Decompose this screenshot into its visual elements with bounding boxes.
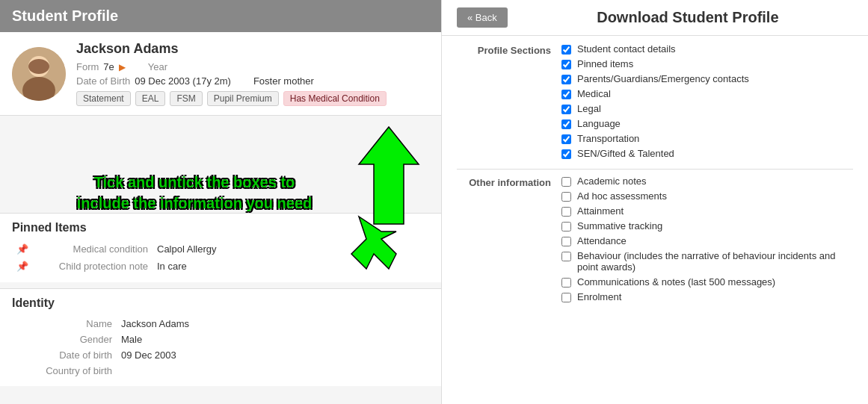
other-checkbox-row: Communications & notes (last 500 message…: [561, 276, 853, 288]
id-label: Date of birth: [12, 347, 117, 363]
back-button[interactable]: « Back: [457, 7, 508, 28]
profile-checkbox[interactable]: [561, 60, 571, 69]
pin-icon: 📌: [12, 258, 33, 275]
profile-checkbox-row: Student contact details: [561, 43, 853, 55]
right-content: Profile Sections Student contact details…: [442, 36, 868, 318]
svg-point-3: [28, 59, 49, 74]
profile-checkbox-label: Parents/Guardians/Emergency contacts: [577, 73, 749, 84]
profile-sections-row: Profile Sections Student contact details…: [457, 43, 853, 163]
id-value: Jackson Adams: [117, 316, 429, 332]
profile-checkbox-row: Transportation: [561, 133, 853, 144]
student-name: Jackson Adams: [76, 41, 429, 57]
identity-title: Identity: [12, 296, 429, 310]
overlay-text: Tick and untick the boxes to include the…: [77, 172, 312, 214]
profile-checkbox-row: Parents/Guardians/Emergency contacts: [561, 73, 853, 84]
tags-row: StatementEALFSMPupil PremiumHas Medical …: [76, 91, 429, 106]
profile-checkbox-label: Language: [577, 118, 621, 129]
dob-row: Date of Birth 09 Dec 2003 (17y 2m): [76, 75, 231, 87]
id-value: Male: [117, 332, 429, 347]
identity-table: Name Jackson Adams Gender Male Date of b…: [12, 316, 429, 379]
identity-row: Country of birth: [12, 363, 429, 379]
profile-checkbox[interactable]: [561, 149, 571, 159]
dob-label: Date of Birth: [76, 75, 130, 87]
profile-checkbox-label: Pinned items: [577, 58, 633, 69]
other-checkbox[interactable]: [561, 192, 571, 202]
profile-checkbox-label: SEN/Gifted & Talented: [577, 148, 674, 159]
other-checkbox-label: Academic notes: [577, 175, 647, 187]
other-checkbox-row: Academic notes: [561, 175, 853, 187]
profile-checkbox-row: Legal: [561, 103, 853, 114]
student-details: Jackson Adams Form 7e ▶ Year Date of Bir…: [76, 41, 429, 106]
other-checkbox-row: Behaviour (includes the narrative of beh…: [561, 250, 853, 273]
profile-checkbox-label: Student contact details: [577, 43, 676, 55]
pinned-table: 📌 Medical condition Calpol Allergy 📌 Chi…: [12, 240, 429, 275]
other-checkbox-row: Summative tracking: [561, 220, 853, 231]
identity-row: Name Jackson Adams: [12, 316, 429, 332]
relation-value: Foster mother: [253, 75, 314, 87]
other-checkbox[interactable]: [561, 237, 571, 246]
other-checkbox-label: Attendance: [577, 235, 627, 246]
other-checkbox[interactable]: [561, 177, 571, 187]
identity-section: Identity Name Jackson Adams Gender Male …: [0, 288, 441, 386]
other-checkbox-label: Communications & notes (last 500 message…: [577, 276, 775, 288]
other-checkbox[interactable]: [561, 222, 571, 231]
pin-icon: 📌: [12, 240, 33, 258]
other-checkbox-label: Ad hoc assessments: [577, 190, 667, 202]
profile-checkboxes: Student contact detailsPinned itemsParen…: [561, 43, 853, 163]
pinned-row: 📌 Medical condition Calpol Allergy: [12, 240, 429, 258]
year-row: Year: [148, 61, 167, 72]
profile-checkbox[interactable]: [561, 105, 571, 114]
form-row: Form 7e ▶: [76, 61, 126, 72]
profile-checkbox[interactable]: [561, 45, 571, 55]
right-header: « Back Download Student Profile: [442, 0, 868, 36]
other-checkbox-row: Ad hoc assessments: [561, 190, 853, 202]
svg-marker-4: [359, 127, 419, 224]
profile-checkbox-row: Medical: [561, 88, 853, 99]
pinned-items-section: Pinned Items 📌 Medical condition Calpol …: [0, 213, 441, 282]
other-info-row: Other information Academic notesAd hoc a…: [457, 175, 853, 306]
other-checkbox-label: Behaviour (includes the narrative of beh…: [577, 250, 853, 273]
page-title: Student Profile: [0, 0, 441, 32]
profile-checkbox-label: Medical: [577, 88, 611, 99]
student-tag: FSM: [170, 91, 202, 106]
profile-checkbox-label: Legal: [577, 103, 601, 114]
other-checkbox-label: Enrolment: [577, 291, 621, 302]
profile-checkbox[interactable]: [561, 119, 571, 129]
pinned-key: Medical condition: [33, 240, 153, 258]
profile-checkbox[interactable]: [561, 75, 571, 84]
right-title: Download Student Profile: [523, 9, 853, 26]
profile-checkbox[interactable]: [561, 90, 571, 99]
other-checkbox[interactable]: [561, 252, 571, 261]
profile-checkbox[interactable]: [561, 134, 571, 144]
profile-sections-label: Profile Sections: [457, 43, 561, 56]
page-title-text: Student Profile: [12, 7, 118, 24]
overlay-line1: Tick and untick the boxes to: [77, 172, 312, 193]
other-checkbox-row: Attainment: [561, 205, 853, 217]
pinned-row: 📌 Child protection note In care: [12, 258, 429, 275]
student-tag: Pupil Premium: [207, 91, 279, 106]
overlay-line2: include the information you need: [77, 193, 312, 214]
student-tag: EAL: [135, 91, 166, 106]
identity-row: Date of birth 09 Dec 2003: [12, 347, 429, 363]
pinned-key: Child protection note: [33, 258, 153, 275]
form-label: Form: [76, 61, 99, 72]
form-value: 7e: [103, 61, 114, 72]
relation-row: Foster mother: [253, 75, 314, 87]
student-info: Jackson Adams Form 7e ▶ Year Date of Bir…: [0, 32, 441, 116]
other-checkbox[interactable]: [561, 207, 571, 217]
pinned-items-title: Pinned Items: [12, 221, 429, 234]
pinned-val: Calpol Allergy: [153, 240, 429, 258]
other-checkbox[interactable]: [561, 278, 571, 288]
identity-row: Gender Male: [12, 332, 429, 347]
other-checkbox[interactable]: [561, 293, 571, 302]
avatar: [12, 47, 66, 101]
other-checkbox-label: Attainment: [577, 205, 624, 217]
divider: [457, 169, 853, 170]
other-checkboxes: Academic notesAd hoc assessmentsAttainme…: [561, 175, 853, 306]
student-tag: Has Medical Condition: [283, 91, 387, 106]
other-info-label: Other information: [457, 175, 561, 188]
profile-checkbox-row: Pinned items: [561, 58, 853, 69]
pinned-val: In care: [153, 258, 429, 275]
form-arrow: ▶: [119, 62, 126, 72]
other-checkbox-row: Enrolment: [561, 291, 853, 302]
